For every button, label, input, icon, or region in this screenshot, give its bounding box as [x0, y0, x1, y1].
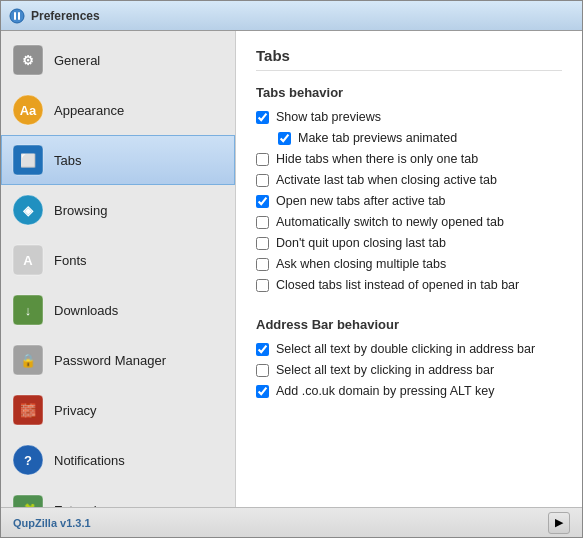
- checkbox-activate_last[interactable]: [256, 174, 269, 187]
- checkbox-closed_list[interactable]: [256, 279, 269, 292]
- sidebar-item-label-privacy: Privacy: [54, 403, 97, 418]
- label-select_single[interactable]: Select all text by clicking in address b…: [276, 363, 494, 377]
- sidebar-item-password[interactable]: 🔒Password Manager: [1, 335, 235, 385]
- svg-text:?: ?: [24, 453, 32, 468]
- checkbox-row-dont_quit: Don't quit upon closing last tab: [256, 236, 562, 250]
- svg-text:🧱: 🧱: [20, 402, 37, 419]
- svg-text:↓: ↓: [25, 303, 32, 318]
- checkbox-row-ask_closing: Ask when closing multiple tabs: [256, 257, 562, 271]
- sidebar-item-label-notifications: Notifications: [54, 453, 125, 468]
- checkbox-select_double[interactable]: [256, 343, 269, 356]
- sidebar-item-label-browsing: Browsing: [54, 203, 107, 218]
- checkbox-row-auto_switch: Automatically switch to newly opened tab: [256, 215, 562, 229]
- svg-rect-2: [18, 12, 20, 20]
- notifications-icon: ?: [12, 444, 44, 476]
- checkbox-make_animated[interactable]: [278, 132, 291, 145]
- panel-title: Tabs: [256, 47, 562, 71]
- privacy-icon: 🧱: [12, 394, 44, 426]
- label-open_new_after[interactable]: Open new tabs after active tab: [276, 194, 446, 208]
- general-icon: ⚙: [12, 44, 44, 76]
- sidebar-item-label-downloads: Downloads: [54, 303, 118, 318]
- titlebar-title: Preferences: [31, 9, 100, 23]
- label-make_animated[interactable]: Make tab previews animated: [298, 131, 457, 145]
- checkbox-add_couk[interactable]: [256, 385, 269, 398]
- sidebar-item-general[interactable]: ⚙General: [1, 35, 235, 85]
- version-text: QupZilla v1.3.1: [13, 517, 91, 529]
- svg-text:⚙: ⚙: [22, 53, 34, 68]
- browsing-icon: ◈: [12, 194, 44, 226]
- label-dont_quit[interactable]: Don't quit upon closing last tab: [276, 236, 446, 250]
- sidebar-item-notifications[interactable]: ?Notifications: [1, 435, 235, 485]
- checkbox-row-show_tab_previews: Show tab previews: [256, 110, 562, 124]
- sidebar: ⚙GeneralAaAppearance⬜Tabs◈BrowsingAFonts…: [1, 31, 236, 507]
- svg-text:◈: ◈: [22, 203, 34, 218]
- label-auto_switch[interactable]: Automatically switch to newly opened tab: [276, 215, 504, 229]
- downloads-icon: ↓: [12, 294, 44, 326]
- extensions-icon: 🧩: [12, 494, 44, 507]
- label-add_couk[interactable]: Add .co.uk domain by pressing ALT key: [276, 384, 494, 398]
- sidebar-item-label-appearance: Appearance: [54, 103, 124, 118]
- checkbox-dont_quit[interactable]: [256, 237, 269, 250]
- sidebar-item-privacy[interactable]: 🧱Privacy: [1, 385, 235, 435]
- footer: QupZilla v1.3.1 ▶: [1, 507, 582, 537]
- checkbox-row-add_couk: Add .co.uk domain by pressing ALT key: [256, 384, 562, 398]
- appearance-icon: Aa: [12, 94, 44, 126]
- sidebar-item-label-general: General: [54, 53, 100, 68]
- label-show_tab_previews[interactable]: Show tab previews: [276, 110, 381, 124]
- checkbox-row-closed_list: Closed tabs list instead of opened in ta…: [256, 278, 562, 292]
- checkbox-open_new_after[interactable]: [256, 195, 269, 208]
- footer-button[interactable]: ▶: [548, 512, 570, 534]
- address-bar-section: Address Bar behaviour Select all text by…: [256, 317, 562, 405]
- sidebar-item-label-fonts: Fonts: [54, 253, 87, 268]
- sidebar-item-fonts[interactable]: AFonts: [1, 235, 235, 285]
- checkbox-row-activate_last: Activate last tab when closing active ta…: [256, 173, 562, 187]
- titlebar-icon: [9, 8, 25, 24]
- sidebar-item-downloads[interactable]: ↓Downloads: [1, 285, 235, 335]
- address-options-list: Select all text by double clicking in ad…: [256, 342, 562, 398]
- sidebar-item-label-password: Password Manager: [54, 353, 166, 368]
- checkbox-hide_tabs[interactable]: [256, 153, 269, 166]
- label-hide_tabs[interactable]: Hide tabs when there is only one tab: [276, 152, 478, 166]
- sidebar-item-appearance[interactable]: AaAppearance: [1, 85, 235, 135]
- label-closed_list[interactable]: Closed tabs list instead of opened in ta…: [276, 278, 519, 292]
- preferences-window: Preferences ⚙GeneralAaAppearance⬜Tabs◈Br…: [0, 0, 583, 538]
- sidebar-item-tabs[interactable]: ⬜Tabs: [1, 135, 235, 185]
- svg-text:🔒: 🔒: [20, 352, 37, 369]
- checkbox-row-hide_tabs: Hide tabs when there is only one tab: [256, 152, 562, 166]
- tabs-behavior-title: Tabs behavior: [256, 85, 562, 100]
- content-area: ⚙GeneralAaAppearance⬜Tabs◈BrowsingAFonts…: [1, 31, 582, 507]
- sidebar-item-browsing[interactable]: ◈Browsing: [1, 185, 235, 235]
- svg-text:Aa: Aa: [20, 103, 37, 118]
- svg-point-0: [10, 9, 24, 23]
- sidebar-item-extensions[interactable]: 🧩Extensions: [1, 485, 235, 507]
- checkbox-row-select_single: Select all text by clicking in address b…: [256, 363, 562, 377]
- label-ask_closing[interactable]: Ask when closing multiple tabs: [276, 257, 446, 271]
- svg-text:⬜: ⬜: [20, 152, 37, 169]
- main-panel: Tabs Tabs behavior Show tab previewsMake…: [236, 31, 582, 507]
- tabs-behavior-section: Tabs behavior Show tab previewsMake tab …: [256, 85, 562, 299]
- label-select_double[interactable]: Select all text by double clicking in ad…: [276, 342, 535, 356]
- svg-text:A: A: [23, 253, 33, 268]
- tabs-options-list: Show tab previewsMake tab previews anima…: [256, 110, 562, 292]
- checkbox-auto_switch[interactable]: [256, 216, 269, 229]
- password-icon: 🔒: [12, 344, 44, 376]
- fonts-icon: A: [12, 244, 44, 276]
- sidebar-item-label-tabs: Tabs: [54, 153, 81, 168]
- titlebar: Preferences: [1, 1, 582, 31]
- address-bar-title: Address Bar behaviour: [256, 317, 562, 332]
- checkbox-show_tab_previews[interactable]: [256, 111, 269, 124]
- checkbox-ask_closing[interactable]: [256, 258, 269, 271]
- label-activate_last[interactable]: Activate last tab when closing active ta…: [276, 173, 497, 187]
- svg-rect-1: [14, 12, 16, 20]
- checkbox-row-open_new_after: Open new tabs after active tab: [256, 194, 562, 208]
- checkbox-select_single[interactable]: [256, 364, 269, 377]
- tabs-icon: ⬜: [12, 144, 44, 176]
- checkbox-row-make_animated: Make tab previews animated: [278, 131, 562, 145]
- checkbox-row-select_double: Select all text by double clicking in ad…: [256, 342, 562, 356]
